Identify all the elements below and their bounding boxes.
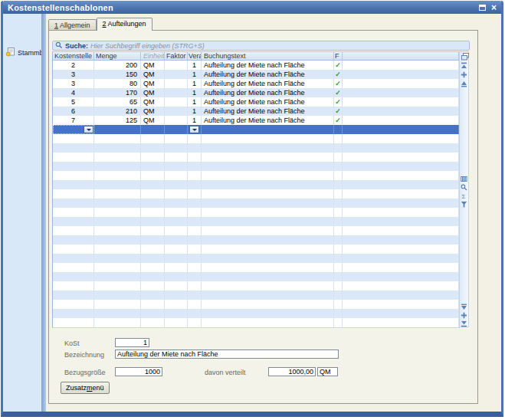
grid-cell[interactable]: ✓: [334, 79, 343, 88]
grid-cell[interactable]: 1: [188, 97, 202, 107]
grid-cell[interactable]: [188, 143, 202, 153]
grid-row[interactable]: 565QM1Aufteilung der Miete nach Fläche✓: [53, 97, 459, 107]
grid-cell[interactable]: [188, 134, 202, 143]
restore-icon[interactable]: [479, 5, 486, 11]
grid-cell[interactable]: [202, 281, 334, 290]
grid-cell[interactable]: [141, 300, 165, 309]
grid-cell[interactable]: [165, 143, 188, 153]
grid-cell[interactable]: ✓: [334, 97, 343, 107]
grid-cell[interactable]: [202, 254, 334, 263]
grid-cell[interactable]: ✓: [334, 70, 343, 79]
grid-cell[interactable]: [334, 226, 343, 235]
grid-cell[interactable]: [202, 125, 334, 134]
grid-cell[interactable]: [334, 281, 343, 290]
grid-cell[interactable]: [334, 125, 343, 134]
grid-empty-row[interactable]: [53, 318, 459, 327]
grid-cell[interactable]: [343, 162, 459, 171]
grid-cell[interactable]: [202, 244, 334, 254]
grid-cell[interactable]: [334, 134, 343, 143]
grid-cell[interactable]: [188, 300, 202, 309]
grid-cell[interactable]: [141, 318, 165, 327]
grid-cell[interactable]: [343, 189, 459, 199]
grid-cell[interactable]: [343, 318, 459, 327]
grid-empty-row[interactable]: [53, 290, 459, 300]
grid-cell[interactable]: [141, 143, 165, 153]
grid-cell[interactable]: 6: [53, 107, 94, 116]
grid-cell[interactable]: [94, 272, 141, 281]
grid-cell[interactable]: [165, 235, 188, 244]
grid-header-cell[interactable]: Faktor: [165, 52, 188, 60]
grid-empty-row[interactable]: [53, 189, 459, 199]
grid-row[interactable]: 6210QM1Aufteilung der Miete nach Fläche✓: [53, 107, 459, 116]
grid-cell[interactable]: 125: [94, 116, 141, 125]
grid-cell[interactable]: [165, 97, 188, 107]
grid-cell[interactable]: [343, 97, 459, 107]
grid-header-cell[interactable]: Buchungstext: [202, 52, 334, 60]
grid-header-cell[interactable]: Menge: [94, 52, 141, 60]
grid-cell[interactable]: [188, 309, 202, 318]
grid-cell[interactable]: [141, 153, 165, 162]
grid-cell[interactable]: 1: [188, 61, 202, 70]
grid-cell[interactable]: [53, 134, 94, 143]
grid-cell[interactable]: [165, 61, 188, 70]
grid-cell[interactable]: [94, 199, 141, 208]
grid-cell[interactable]: 3: [53, 79, 94, 88]
grid-cell[interactable]: [94, 226, 141, 235]
scroll-top-icon[interactable]: [461, 62, 468, 70]
grid-cell[interactable]: [188, 318, 202, 327]
grid-cell[interactable]: [343, 79, 459, 88]
grid-cell[interactable]: [202, 134, 334, 143]
grid-cell[interactable]: [202, 290, 334, 300]
grid-cell[interactable]: [165, 309, 188, 318]
grid-empty-row[interactable]: [53, 263, 459, 272]
grid-cell[interactable]: [165, 180, 188, 189]
grid-cell[interactable]: [343, 281, 459, 290]
grid-cell[interactable]: [334, 199, 343, 208]
grid-cell[interactable]: 1: [188, 116, 202, 125]
grid-search-icon[interactable]: [461, 184, 468, 192]
grid-cell[interactable]: [334, 235, 343, 244]
grid-cell[interactable]: [334, 208, 343, 217]
grid-cell[interactable]: [343, 300, 459, 309]
grid-cell[interactable]: ✓: [334, 61, 343, 70]
grid-cell[interactable]: 1: [188, 107, 202, 116]
grid-cell[interactable]: [202, 153, 334, 162]
grid-empty-row[interactable]: [53, 217, 459, 226]
grid-cell[interactable]: [165, 153, 188, 162]
grid-cell[interactable]: [165, 290, 188, 300]
zusatzmenu-button[interactable]: Zusatzmenü: [61, 382, 110, 394]
tab-aufteilungen[interactable]: 2 Aufteilungen: [97, 18, 152, 31]
grid-cell[interactable]: [343, 226, 459, 235]
grid-cell[interactable]: ✓: [334, 107, 343, 116]
grid-cell[interactable]: [141, 244, 165, 254]
page-down-icon[interactable]: [461, 304, 468, 311]
grid-cell[interactable]: [343, 125, 459, 134]
grid-cell[interactable]: [141, 199, 165, 208]
grid-cell[interactable]: [343, 235, 459, 244]
grid-cell[interactable]: [334, 254, 343, 263]
bezugsgroesse-field[interactable]: [115, 367, 162, 376]
grid-cell[interactable]: [343, 272, 459, 281]
close-icon[interactable]: ×: [491, 4, 497, 11]
grid-cell[interactable]: [94, 254, 141, 263]
grid-cell[interactable]: [188, 199, 202, 208]
grid-cell[interactable]: [343, 254, 459, 263]
column-chooser-icon[interactable]: [461, 53, 468, 61]
grid-cell[interactable]: [334, 180, 343, 189]
grid-empty-row[interactable]: [53, 300, 459, 309]
grid-cell[interactable]: 1: [188, 88, 202, 97]
grid-empty-row[interactable]: [53, 208, 459, 217]
grid-cell[interactable]: [334, 162, 343, 171]
grid-empty-row[interactable]: [53, 235, 459, 244]
grid-cell[interactable]: 1: [188, 70, 202, 79]
grid-cell[interactable]: [53, 143, 94, 153]
grid-cell[interactable]: Aufteilung der Miete nach Fläche: [202, 79, 334, 88]
grid-cell[interactable]: [53, 189, 94, 199]
grid-cell[interactable]: [343, 180, 459, 189]
grid-cell[interactable]: [165, 88, 188, 97]
grid-cell[interactable]: [334, 244, 343, 254]
grid-cell[interactable]: [53, 300, 94, 309]
grid-empty-row[interactable]: [53, 244, 459, 254]
grid-cell[interactable]: [188, 162, 202, 171]
grid-cell[interactable]: [53, 226, 94, 235]
